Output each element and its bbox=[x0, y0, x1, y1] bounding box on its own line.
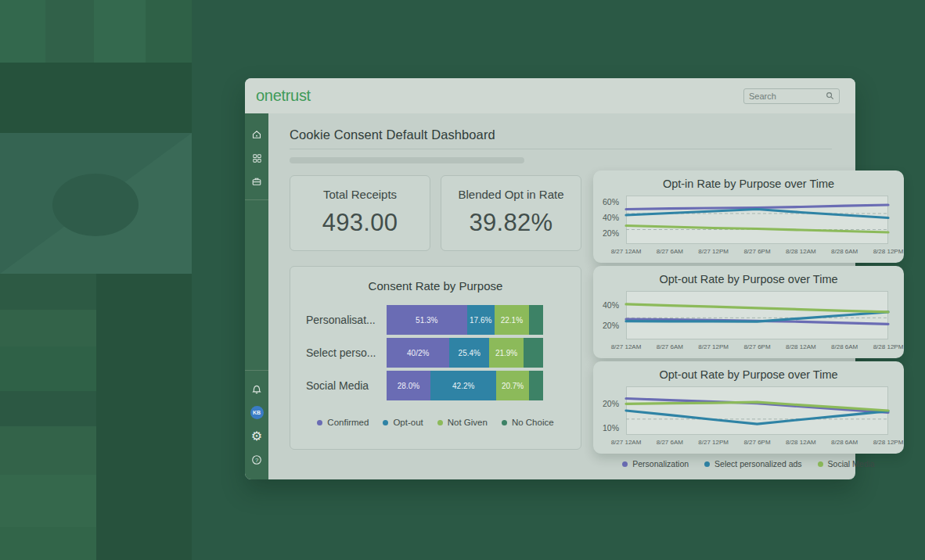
x-tick-label: 8/27 12AM bbox=[611, 343, 642, 350]
legend-item: Personalization bbox=[622, 459, 689, 468]
bar-segment-label: 42.2% bbox=[452, 382, 474, 390]
series-line bbox=[626, 399, 888, 413]
plot-area: 40%20% bbox=[626, 291, 888, 339]
line-plot-svg bbox=[626, 291, 888, 339]
legend-label: Social Media bbox=[828, 459, 875, 468]
series-line bbox=[626, 411, 888, 424]
bg-block bbox=[0, 0, 45, 63]
bar-track: 51.3%17.6%22.1% bbox=[387, 305, 543, 335]
x-tick-label: 8/28 6AM bbox=[831, 439, 858, 446]
x-tick-label: 8/27 6PM bbox=[743, 439, 770, 446]
bar-row: Social Media28.0%42.2%20.7% bbox=[306, 371, 581, 400]
bg-block bbox=[0, 426, 96, 475]
bg-block bbox=[0, 63, 192, 133]
avatar[interactable]: KB bbox=[250, 406, 264, 419]
bar-category-label: Social Media bbox=[306, 379, 387, 392]
bg-block bbox=[0, 346, 96, 391]
x-axis-labels: 8/27 12AM8/27 6AM8/27 12PM8/27 6PM8/28 1… bbox=[626, 439, 888, 447]
bg-block bbox=[96, 274, 192, 560]
bar-track: 28.0%42.2%20.7% bbox=[387, 371, 543, 400]
x-tick-label: 8/28 12PM bbox=[873, 439, 904, 446]
x-tick-label: 8/28 12AM bbox=[786, 439, 816, 446]
bar-segment-label: 51.3% bbox=[416, 316, 437, 325]
bar-rows: Personalisat...51.3%17.6%22.1%Select per… bbox=[306, 305, 581, 400]
apps-grid-icon[interactable] bbox=[251, 153, 262, 163]
y-tick-label: 20% bbox=[591, 228, 619, 238]
titlebar: onetrust bbox=[245, 78, 855, 113]
consent-legend: ConfirmedOpt-outNot GivenNo Choice bbox=[290, 418, 581, 427]
bar-row: Personalisat...51.3%17.6%22.1% bbox=[306, 305, 581, 335]
bar-segment bbox=[529, 371, 543, 400]
title-divider bbox=[290, 149, 832, 149]
y-axis-labels: 20%10% bbox=[593, 386, 621, 435]
bar-row: Select perso...40/2%25.4%21.9% bbox=[306, 338, 581, 368]
legend-dot bbox=[317, 420, 322, 425]
avatar-initials: KB bbox=[253, 410, 261, 415]
x-tick-label: 8/27 12AM bbox=[611, 439, 642, 446]
bar-segment: 25.4% bbox=[449, 338, 489, 368]
bell-icon[interactable] bbox=[251, 383, 262, 394]
legend-label: Confirmed bbox=[327, 418, 369, 427]
legend-label: Personalization bbox=[632, 459, 689, 468]
briefcase-icon[interactable] bbox=[251, 176, 262, 187]
gear-icon[interactable]: ⚙ bbox=[251, 431, 262, 442]
bg-block bbox=[146, 0, 192, 63]
bar-track: 40/2%25.4%21.9% bbox=[387, 338, 543, 368]
x-tick-label: 8/27 6AM bbox=[657, 439, 683, 446]
plot-area: 60%40%20% bbox=[626, 196, 888, 244]
chart-title: Opt-out Rate by Purpose over Time bbox=[593, 368, 904, 381]
bar-segment: 17.6% bbox=[467, 305, 495, 335]
legend-item: No Choice bbox=[502, 418, 554, 427]
page-title: Cookie Consent Default Dashboard bbox=[290, 127, 495, 142]
bar-segment-label: 25.4% bbox=[459, 349, 480, 357]
x-tick-label: 8/27 12PM bbox=[698, 248, 729, 255]
legend-item: Confirmed bbox=[317, 418, 369, 427]
bg-block bbox=[45, 0, 94, 63]
home-icon[interactable] bbox=[251, 129, 262, 140]
legend-dot bbox=[622, 461, 628, 467]
chart-title: Opt-out Rate by Purpose over Time bbox=[593, 273, 904, 285]
help-icon[interactable]: ? bbox=[251, 454, 262, 465]
bar-segment-label: 22.1% bbox=[501, 316, 523, 325]
bar-segment bbox=[524, 338, 543, 368]
legend-label: Opt-out bbox=[393, 418, 423, 427]
stat-label: Total Receipts bbox=[290, 188, 430, 201]
opt-in-rate-chart-card: Opt-in Rate by Purpose over Time 60%40%2… bbox=[593, 171, 904, 263]
search-icon bbox=[826, 92, 834, 100]
bar-segment-label: 28.0% bbox=[398, 382, 419, 390]
bar-segment: 20.7% bbox=[496, 371, 528, 400]
sidebar: KB ⚙ ? bbox=[245, 113, 268, 479]
bar-category-label: Select perso... bbox=[306, 346, 387, 359]
chart-title: Consent Rate by Purpose bbox=[290, 279, 581, 293]
search-input[interactable] bbox=[749, 92, 826, 101]
line-plot-svg bbox=[626, 386, 888, 435]
y-axis-labels: 60%40%20% bbox=[593, 196, 621, 244]
x-axis-labels: 8/27 12AM8/27 6AM8/27 12PM8/27 6PM8/28 1… bbox=[626, 343, 888, 352]
y-tick-label: 20% bbox=[591, 321, 619, 330]
search-box[interactable] bbox=[743, 88, 840, 104]
legend-dot bbox=[437, 420, 443, 425]
legend-item: Select personalized ads bbox=[704, 459, 802, 468]
legend-label: Select personalized ads bbox=[714, 459, 802, 468]
opt-out-rate-chart-card-2: Opt-out Rate by Purpose over Time 20%10%… bbox=[593, 361, 904, 454]
y-tick-label: 40% bbox=[591, 300, 619, 310]
legend-dot bbox=[502, 420, 507, 425]
bg-block bbox=[0, 274, 96, 310]
legend-dot bbox=[383, 420, 388, 425]
x-tick-label: 8/27 12PM bbox=[698, 343, 729, 350]
y-tick-label: 20% bbox=[591, 399, 619, 408]
stats-row: Total Receipts 493.00 Blended Opt in Rat… bbox=[290, 175, 581, 251]
x-tick-label: 8/28 12AM bbox=[786, 248, 816, 255]
bar-segment-label: 17.6% bbox=[470, 316, 491, 325]
bar-category-label: Personalisat... bbox=[306, 314, 387, 326]
bar-segment-label: 21.9% bbox=[495, 349, 517, 357]
bar-segment bbox=[529, 305, 543, 335]
bar-segment: 51.3% bbox=[387, 305, 467, 335]
series-line bbox=[626, 210, 888, 218]
dashboard-window: onetrust bbox=[245, 78, 855, 479]
stat-label: Blended Opt in Rate bbox=[441, 188, 581, 201]
x-tick-label: 8/28 6AM bbox=[831, 248, 858, 255]
bar-segment: 40/2% bbox=[387, 338, 449, 368]
legend-dot bbox=[704, 461, 710, 467]
bg-block bbox=[0, 475, 96, 527]
